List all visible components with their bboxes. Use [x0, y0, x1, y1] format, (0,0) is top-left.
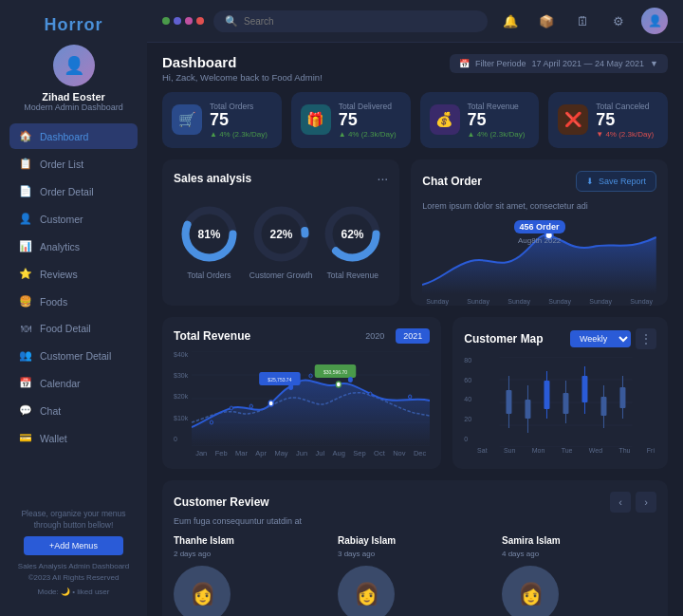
review-cards: Thanhe Islam 2 days ago 👩 Uniquely targe… — [174, 535, 656, 616]
sidebar-item-calendar[interactable]: 📅Calendar — [9, 370, 138, 396]
stat-info-orders: Total Orders 75 ▲ 4% (2.3k/Day) — [210, 102, 268, 139]
bottom-row: Total Revenue 2020 2021 $40k $30k $20k $… — [162, 317, 668, 469]
logo-text: Horror — [44, 15, 102, 34]
nav-icon: 💳 — [19, 432, 32, 444]
header-icons: 🔔 📦 🗓 ⚙ 👤 — [497, 8, 668, 34]
donut-label-orders: Total Orders — [187, 271, 231, 280]
stat-info-revenue: Total Revenue 75 ▲ 4% (2.3k/Day) — [468, 102, 526, 139]
year-tab-2020[interactable]: 2020 — [358, 328, 392, 344]
donut-label-growth: Customer Growth — [249, 271, 313, 280]
dashboard-title-group: Dashboard Hi, Zack, Welcome back to Food… — [162, 54, 323, 83]
stats-row: 🛒 Total Orders 75 ▲ 4% (2.3k/Day) 🎁 Tota… — [162, 92, 668, 148]
search-bar[interactable]: 🔍 — [213, 10, 488, 32]
stat-value-revenue: 75 — [468, 111, 526, 130]
header-avatar[interactable]: 👤 — [641, 8, 668, 34]
candlestick-svg — [475, 357, 656, 447]
sidebar-item-food-detail[interactable]: 🍽Food Detail — [9, 316, 138, 341]
dot-green — [162, 17, 170, 25]
nav-icon: 🍔 — [19, 295, 32, 308]
svg-point-23 — [249, 404, 252, 408]
svg-point-20 — [337, 382, 342, 387]
canceled-icon: ❌ — [558, 104, 588, 135]
sidebar: Horror 👤 Zihad Eoster Modern Admin Dashb… — [0, 0, 147, 616]
search-input[interactable] — [244, 16, 476, 27]
svg-rect-35 — [507, 390, 512, 414]
next-arrow[interactable]: › — [636, 492, 656, 513]
calendar-icon[interactable]: 🗓 — [569, 8, 596, 34]
sidebar-item-wallet[interactable]: 💳Wallet — [9, 425, 138, 451]
revenue-title: Total Revenue — [174, 329, 250, 343]
review-card-0: Thanhe Islam 2 days ago 👩 Uniquely targe… — [174, 535, 328, 616]
map-title: Customer Map — [464, 332, 543, 345]
settings-icon[interactable]: ⚙ — [605, 8, 632, 34]
stat-change-canceled: ▼ 4% (2.3k/Day) — [596, 130, 654, 139]
main-content: 🔍 🔔 📦 🗓 ⚙ 👤 Dashboard Hi, Zack, Welcome … — [147, 0, 683, 616]
donut-svg-revenue: 62% — [322, 203, 383, 265]
sidebar-item-dashboard[interactable]: 🏠Dashboard — [9, 123, 138, 149]
nav-icon: 📊 — [19, 240, 32, 252]
notification-icon[interactable]: 🔔 — [497, 8, 524, 34]
badge-date: Aug8th 2022 — [518, 236, 561, 245]
svg-rect-39 — [545, 381, 550, 409]
package-icon[interactable]: 📦 — [533, 8, 560, 34]
sidebar-item-customer[interactable]: 👤Customer — [9, 206, 138, 232]
map-more-icon[interactable]: ⋮ — [636, 328, 656, 349]
review-card-1: Rabiay Islam 3 days ago 👩 Uniquely targe… — [338, 535, 492, 616]
search-icon: 🔍 — [225, 15, 238, 28]
donut-total-revenue: 62% Total Revenue — [322, 203, 383, 280]
sidebar-profile: 👤 Zihad Eoster Modern Admin Dashboard — [0, 45, 147, 112]
sales-section: Sales analysis ··· 81% Total Orders — [162, 159, 399, 306]
chat-subtitle: Lorem ipsum dolor sit amet, consectetur … — [422, 201, 656, 211]
review-header: Customer Review ‹ › — [174, 492, 656, 513]
map-header: Customer Map Weekly Monthly ⋮ — [464, 328, 656, 349]
revenue-x-axis: JanFebMar AprMayJun JulAugSep OctNovDec — [192, 449, 430, 457]
save-report-button[interactable]: ⬇ Save Report — [576, 171, 656, 192]
review-subtitle: Eum fuga consequuntur utatdin at — [174, 516, 656, 526]
revenue-chart-svg: $25,753.74 $30,596.70 — [192, 351, 430, 446]
sales-title: Sales analysis — [174, 172, 251, 185]
revenue-section: Total Revenue 2020 2021 $40k $30k $20k $… — [162, 317, 441, 469]
chat-header: Chat Order ⬇ Save Report — [422, 171, 656, 192]
nav-label: Customer — [40, 214, 83, 225]
sidebar-item-reviews[interactable]: ⭐Reviews — [9, 261, 138, 287]
prev-arrow[interactable]: ‹ — [610, 492, 631, 513]
revenue-chart-inner: $25,753.74 $30,596.70 — [192, 351, 430, 457]
sales-more-icon[interactable]: ··· — [378, 171, 389, 186]
add-menu-button[interactable]: +Add Menus — [24, 536, 123, 555]
dot-pink — [185, 17, 193, 25]
delivered-icon: 🎁 — [301, 104, 331, 135]
year-tabs: 2020 2021 — [358, 328, 430, 344]
stat-change-revenue: ▲ 4% (2.3k/Day) — [468, 130, 526, 139]
svg-point-27 — [369, 392, 372, 396]
user-role: Modern Admin Dashboard — [24, 103, 123, 112]
nav-label: Order List — [40, 159, 83, 170]
sidebar-item-foods[interactable]: 🍔Foods — [9, 289, 138, 314]
filter-period-button[interactable]: 📅 Filter Periode 17 April 2021 — 24 May … — [450, 54, 668, 73]
revenue-chart-container: $40k $30k $20k $10k 0 — [174, 351, 430, 457]
nav-label: Dashboard — [40, 131, 88, 142]
stat-change-delivered: ▲ 4% (2.3k/Day) — [339, 130, 397, 139]
donut-customer-growth: 22% Customer Growth — [249, 203, 313, 280]
footer-text: Please, organize your menus through butt… — [11, 509, 136, 532]
year-tab-2021[interactable]: 2021 — [396, 328, 430, 344]
nav-icon: 📅 — [19, 377, 32, 389]
nav-icon: 🏠 — [19, 130, 32, 142]
nav-label: Calendar — [40, 378, 81, 389]
sidebar-item-order-list[interactable]: 📋Order List — [9, 151, 138, 177]
sidebar-item-order-detail[interactable]: 📄Order Detail — [9, 178, 138, 204]
sidebar-item-customer-detail[interactable]: 👥Customer Detail — [9, 343, 138, 368]
avatar: 👤 — [53, 45, 95, 86]
reviewer-photo-0: 👩 — [174, 566, 231, 616]
nav-label: Wallet — [40, 433, 67, 444]
sidebar-item-chat[interactable]: 💬Chat — [9, 398, 138, 423]
order-badge: 456 Order — [514, 220, 565, 233]
chevron-down-icon: ▼ — [650, 59, 658, 68]
sales-header: Sales analysis ··· — [174, 171, 388, 186]
svg-rect-43 — [582, 376, 588, 402]
weekly-select[interactable]: Weekly Monthly — [570, 330, 631, 347]
map-chart-inner: Sat Sun Mon Tue Wed Thu Fri — [475, 357, 656, 454]
svg-rect-37 — [526, 400, 531, 419]
svg-point-22 — [230, 406, 232, 410]
sidebar-item-analytics[interactable]: 📊Analytics — [9, 233, 138, 259]
nav-label: Analytics — [40, 241, 80, 252]
